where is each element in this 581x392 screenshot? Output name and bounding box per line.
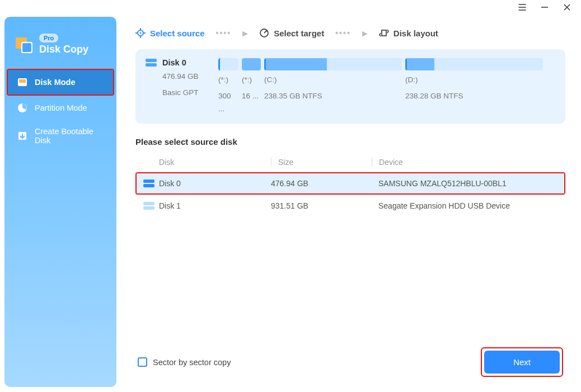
sidebar-item-label: Create Bootable Disk [35,127,104,145]
step-label: Disk layout [393,29,438,38]
pro-badge: Pro [39,34,58,42]
disk-type: Basic GPT [146,87,208,100]
partition-0[interactable]: (*:) 300 ... [218,58,238,116]
hamburger-icon[interactable] [518,3,526,13]
cell-disk: Disk 1 [159,201,271,210]
disk-copy-logo-icon [15,35,34,54]
app-title: Disk Copy [39,44,88,55]
svg-rect-15 [143,202,154,205]
checkbox-icon [138,357,147,367]
cell-device: Seagate Expansion HDD USB Device [378,201,510,210]
table-row[interactable]: Disk 0 476.94 GB SAMSUNG MZALQ512HBLU-00… [137,173,564,193]
svg-rect-2 [22,43,31,52]
checkbox-label: Sector by sector copy [153,358,231,367]
col-header-device: Device [372,158,403,167]
section-title: Please select source disk [135,137,565,147]
sidebar-item-disk-mode[interactable]: Disk Mode [8,70,113,95]
svg-rect-12 [146,63,157,67]
cell-size: 931.51 GB [271,201,378,210]
disk-icon [143,180,159,187]
disk-mode-icon [17,77,28,88]
bootable-disk-icon [17,130,28,141]
app-logo: Pro Disk Copy [4,34,116,69]
crosshair-icon [135,28,146,38]
sidebar-item-partition-mode[interactable]: Partition Mode [8,96,113,120]
highlight-next: Next [481,347,563,377]
next-button[interactable]: Next [484,351,560,374]
col-header-size: Size [271,158,372,167]
svg-rect-11 [146,59,157,62]
svg-rect-13 [143,180,154,183]
disk-icon [143,202,159,210]
cell-size: 476.94 GB [271,179,378,188]
wizard-steps: Select source ▶ Select target ▶ Disk lay… [135,28,565,38]
disk-table: Disk Size Device Disk 0 476.94 GB SAMSUN… [135,152,565,217]
arrow-icon: ▶ [242,29,248,37]
sidebar: Pro Disk Copy Disk Mode Partition Mode C… [4,17,116,387]
sidebar-item-create-bootable[interactable]: Create Bootable Disk [8,120,113,152]
step-label: Select source [150,29,205,38]
svg-rect-16 [143,206,154,210]
svg-rect-4 [19,79,26,83]
disk-name: Disk 0 [162,58,186,67]
step-dots [335,29,351,37]
arrow-icon: ▶ [362,29,368,37]
sidebar-item-label: Partition Mode [35,103,87,112]
layout-icon [379,28,389,38]
step-select-target[interactable]: Select target [259,28,324,38]
step-select-source[interactable]: Select source [135,28,205,38]
table-row[interactable]: Disk 1 931.51 GB Seagate Expansion HDD U… [135,195,565,217]
step-label: Select target [274,29,324,38]
sidebar-item-label: Disk Mode [35,78,76,87]
highlight-disk-mode: Disk Mode [7,69,114,96]
table-header: Disk Size Device [135,152,565,172]
target-icon [259,28,269,38]
step-disk-layout[interactable]: Disk layout [379,28,438,38]
col-header-disk: Disk [159,158,271,167]
disk-icon [146,59,157,67]
svg-rect-14 [143,184,154,187]
disk-size: 476.94 GB [146,70,208,83]
svg-point-8 [140,32,142,34]
partition-mode-icon [17,102,28,114]
highlight-selected-row: Disk 0 476.94 GB SAMSUNG MZALQ512HBLU-00… [135,172,565,195]
cell-disk: Disk 0 [159,179,271,188]
partition-1[interactable]: (*:) 16 ... [242,58,261,116]
partition-3[interactable]: (D:) 238.28 GB NTFS [405,58,543,116]
sector-by-sector-checkbox[interactable]: Sector by sector copy [138,357,231,367]
close-icon[interactable] [563,3,571,13]
source-disk-panel: Disk 0 476.94 GB Basic GPT (*:) 300 ... … [135,49,565,124]
cell-device: SAMSUNG MZALQ512HBLU-00BL1 [378,179,507,188]
minimize-icon[interactable] [541,3,549,13]
step-dots [216,29,232,37]
svg-rect-10 [382,30,386,36]
partition-2[interactable]: (C:) 238.35 GB NTFS [264,58,402,116]
